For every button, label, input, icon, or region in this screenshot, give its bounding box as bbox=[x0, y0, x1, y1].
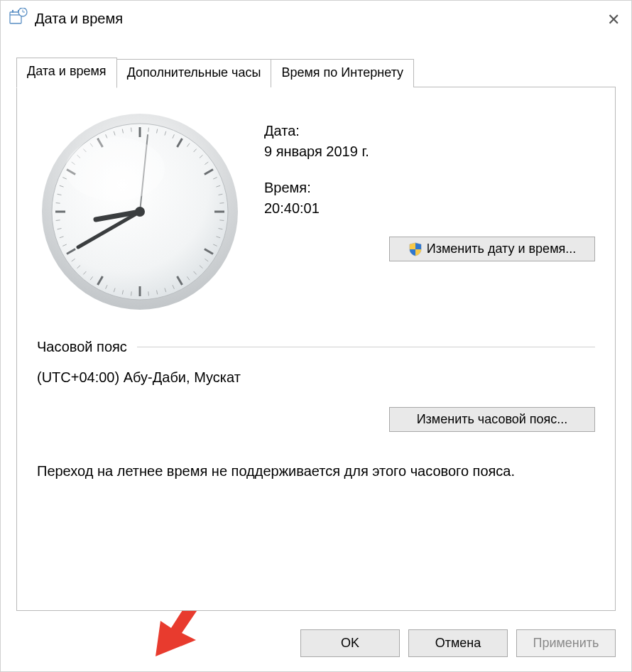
tabs-container: Дата и время Дополнительные часы Время п… bbox=[16, 58, 616, 611]
svg-line-56 bbox=[56, 220, 60, 221]
svg-point-72 bbox=[135, 207, 145, 217]
dst-notice: Переход на летнее время не поддерживаетс… bbox=[37, 463, 595, 479]
time-value: 20:40:01 bbox=[264, 200, 595, 217]
svg-line-44 bbox=[148, 291, 149, 296]
svg-line-32 bbox=[219, 203, 224, 204]
app-icon bbox=[9, 8, 28, 30]
analog-clock bbox=[37, 109, 243, 315]
svg-point-73 bbox=[65, 137, 165, 201]
apply-button[interactable]: Применить bbox=[516, 629, 616, 657]
timezone-value: (UTC+04:00) Абу-Даби, Мускат bbox=[37, 369, 595, 386]
cancel-button[interactable]: Отмена bbox=[408, 629, 508, 657]
date-time-dialog: Дата и время ✕ Дата и время Дополнительн… bbox=[0, 0, 632, 672]
svg-line-33 bbox=[219, 220, 224, 221]
titlebar: Дата и время ✕ bbox=[1, 1, 631, 36]
svg-line-21 bbox=[148, 128, 149, 132]
date-time-info: Дата: 9 января 2019 г. Время: 20:40:01 bbox=[264, 109, 595, 315]
timezone-header-label: Часовой пояс bbox=[37, 339, 127, 355]
svg-line-57 bbox=[56, 203, 60, 204]
change-date-time-label: Изменить дату и время... bbox=[427, 242, 577, 256]
tab-date-time[interactable]: Дата и время bbox=[16, 58, 117, 88]
tab-internet-time[interactable]: Время по Интернету bbox=[271, 59, 414, 87]
svg-line-45 bbox=[131, 291, 132, 296]
date-value: 9 января 2019 г. bbox=[264, 143, 595, 160]
svg-rect-2 bbox=[12, 10, 13, 13]
change-timezone-label: Изменить часовой пояс... bbox=[417, 412, 568, 427]
change-timezone-button[interactable]: Изменить часовой пояс... bbox=[389, 407, 595, 432]
tab-additional-clocks[interactable]: Дополнительные часы bbox=[116, 59, 272, 87]
dialog-buttons: OK Отмена Применить bbox=[300, 629, 616, 657]
tab-strip: Дата и время Дополнительные часы Время п… bbox=[16, 58, 616, 87]
change-date-time-button[interactable]: Изменить дату и время... bbox=[389, 237, 595, 261]
date-label: Дата: bbox=[264, 123, 595, 139]
window-title: Дата и время bbox=[35, 11, 123, 27]
time-label: Время: bbox=[264, 180, 595, 196]
divider bbox=[137, 347, 595, 347]
tab-panel: Дата: 9 января 2019 г. Время: 20:40:01 bbox=[16, 87, 616, 611]
ok-button[interactable]: OK bbox=[300, 629, 400, 657]
shield-icon bbox=[408, 242, 423, 256]
svg-line-68 bbox=[131, 128, 132, 132]
timezone-section-header: Часовой пояс bbox=[37, 339, 595, 355]
close-icon[interactable]: ✕ bbox=[607, 11, 620, 29]
